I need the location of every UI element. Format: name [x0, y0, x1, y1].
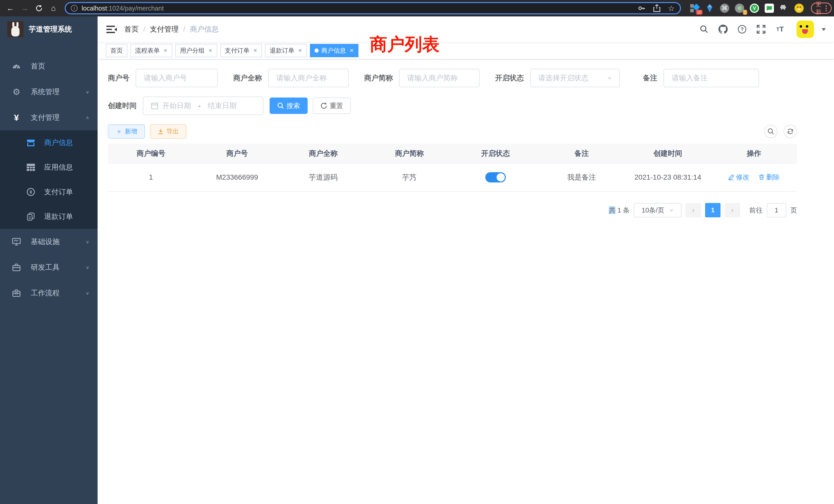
- sidebar-item-label: 工作流程: [31, 288, 60, 298]
- status-select[interactable]: 请选择开启状态∨: [530, 69, 620, 87]
- col-actions: 操作: [711, 144, 797, 163]
- extension-vue-icon[interactable]: V: [750, 4, 759, 13]
- tab-merchant-info[interactable]: 商户信息✕: [310, 44, 358, 57]
- cell-short-name: 芋艿: [367, 163, 453, 191]
- close-icon[interactable]: ✕: [253, 47, 258, 54]
- user-avatar[interactable]: [796, 21, 814, 38]
- sidebar-item-label: 研发工具: [31, 262, 60, 272]
- page-size-select[interactable]: 10条/页 ∨: [634, 203, 681, 217]
- svg-text:¥: ¥: [29, 190, 32, 195]
- briefcase-icon: [10, 289, 23, 297]
- tab-home[interactable]: 首页: [106, 44, 127, 57]
- short-name-input[interactable]: 请输入商户简称: [399, 69, 480, 87]
- close-icon[interactable]: ✕: [349, 47, 354, 54]
- merchant-no-input[interactable]: 请输入商户号: [136, 69, 218, 87]
- goto-page-input[interactable]: [767, 203, 786, 217]
- prev-page-button[interactable]: ‹: [686, 203, 701, 217]
- browser-update-button[interactable]: 更新: [811, 3, 832, 14]
- delete-link[interactable]: 删除: [759, 173, 780, 182]
- refresh-table-button[interactable]: [784, 125, 797, 138]
- sidebar-item-refund-order[interactable]: 退款订单: [0, 204, 97, 229]
- sidebar-item-app-info[interactable]: 应用信息: [0, 155, 97, 180]
- extension-chat-icon[interactable]: [765, 4, 774, 13]
- profile-emoji-icon[interactable]: [794, 4, 804, 13]
- documents-icon: [25, 212, 37, 221]
- date-separator: -: [198, 101, 200, 110]
- goto-label: 前往: [749, 206, 763, 215]
- date-end-placeholder: 结束日期: [208, 101, 237, 111]
- app-title: 芋道管理系统: [29, 24, 72, 34]
- cell-merchant-no: M233666999: [194, 163, 280, 191]
- header-search-icon[interactable]: [698, 24, 710, 35]
- fullscreen-icon[interactable]: [755, 24, 767, 35]
- extension-session-icon[interactable]: 1: [735, 4, 744, 13]
- tab-pay-order[interactable]: 支付订单✕: [220, 44, 262, 57]
- bookmark-star-icon[interactable]: ☆: [668, 4, 675, 13]
- sidebar-item-devtools[interactable]: 研发工具 ∨: [0, 255, 97, 280]
- create-time-label: 创建时间: [108, 101, 137, 111]
- sidebar-logo[interactable]: 芋道管理系统: [0, 17, 97, 42]
- sidebar-item-pay[interactable]: ¥ 支付管理 ∧: [0, 105, 97, 130]
- merchant-name-label: 商户全称: [233, 73, 262, 83]
- status-toggle[interactable]: [485, 172, 506, 182]
- sidebar-item-label: 商户信息: [44, 138, 73, 147]
- close-icon[interactable]: ✕: [298, 47, 302, 54]
- browser-reload-icon[interactable]: [33, 2, 45, 14]
- browser-back-icon[interactable]: ←: [4, 2, 17, 14]
- reset-button[interactable]: 重置: [313, 97, 351, 114]
- breadcrumb-home[interactable]: 首页: [124, 24, 139, 34]
- create-time-range-picker[interactable]: 开始日期 - 结束日期: [143, 96, 263, 115]
- address-bar[interactable]: i localhost:1024/pay/merchant ☆: [65, 2, 681, 14]
- sidebar-item-pay-order[interactable]: ¥ 支付订单: [0, 180, 97, 204]
- sidebar-item-workflow[interactable]: 工作流程 ∨: [0, 280, 97, 306]
- extension-gem-icon[interactable]: [705, 4, 714, 13]
- col-full-name: 商户全称: [280, 144, 367, 163]
- refresh-icon: [787, 128, 794, 135]
- avatar-caret-icon[interactable]: [822, 28, 826, 33]
- tab-process-form[interactable]: 流程表单✕: [130, 44, 172, 57]
- export-button[interactable]: 导出: [150, 124, 186, 139]
- merchant-name-input[interactable]: 请输入商户全称: [268, 69, 349, 87]
- search-button[interactable]: 搜索: [270, 97, 308, 114]
- font-size-icon[interactable]: TT: [774, 24, 786, 35]
- sidebar-item-merchant-info[interactable]: 商户信息: [0, 130, 97, 155]
- extensions-puzzle-icon[interactable]: [780, 4, 789, 13]
- cell-create-time: 2021-10-23 08:31:14: [625, 163, 711, 191]
- browser-forward-icon[interactable]: →: [19, 2, 31, 14]
- help-icon[interactable]: ?: [737, 24, 748, 35]
- active-dot: [314, 48, 319, 53]
- col-merchant-id: 商户编号: [108, 144, 194, 163]
- toggle-search-button[interactable]: [764, 125, 777, 138]
- breadcrumb-pay[interactable]: 支付管理: [150, 24, 179, 34]
- sidebar-item-home[interactable]: 首页: [0, 53, 97, 79]
- share-icon[interactable]: [653, 4, 661, 12]
- date-start-placeholder: 开始日期: [162, 101, 191, 111]
- add-button[interactable]: ＋ 新增: [108, 124, 145, 139]
- current-page-button[interactable]: 1: [705, 203, 721, 217]
- browser-menu-icon[interactable]: [826, 5, 827, 11]
- next-page-button[interactable]: ›: [725, 203, 740, 217]
- close-icon[interactable]: ✕: [208, 47, 213, 54]
- extensions-strip: 10 ⌘ 1 V: [690, 4, 804, 13]
- edit-link[interactable]: 修改: [728, 173, 749, 182]
- password-key-icon[interactable]: [638, 4, 646, 12]
- svg-text:?: ?: [741, 26, 744, 32]
- sidebar-item-system[interactable]: ⚙ 系统管理 ∨: [0, 79, 97, 105]
- toolbox-icon: [10, 264, 23, 271]
- github-icon[interactable]: [718, 24, 729, 35]
- col-merchant-no: 商户号: [194, 144, 280, 163]
- site-info-icon[interactable]: i: [71, 5, 78, 12]
- tab-refund-order[interactable]: 退款订单✕: [265, 44, 307, 57]
- sidebar-collapse-icon[interactable]: [106, 24, 116, 35]
- chevron-down-icon: ∨: [86, 239, 89, 244]
- remark-input[interactable]: 请输入备注: [663, 69, 759, 87]
- extension-command-icon[interactable]: ⌘: [720, 4, 729, 13]
- close-icon[interactable]: ✕: [163, 47, 168, 54]
- calendar-icon: [151, 102, 158, 109]
- col-status: 开启状态: [453, 144, 539, 163]
- tab-user-group[interactable]: 用户分组✕: [175, 44, 217, 57]
- extension-blocks-icon[interactable]: 10: [690, 4, 699, 13]
- browser-home-icon[interactable]: ⌂: [47, 2, 60, 14]
- sidebar-item-infra[interactable]: 基础设施 ∨: [0, 229, 97, 255]
- sidebar-item-label: 支付订单: [44, 187, 73, 197]
